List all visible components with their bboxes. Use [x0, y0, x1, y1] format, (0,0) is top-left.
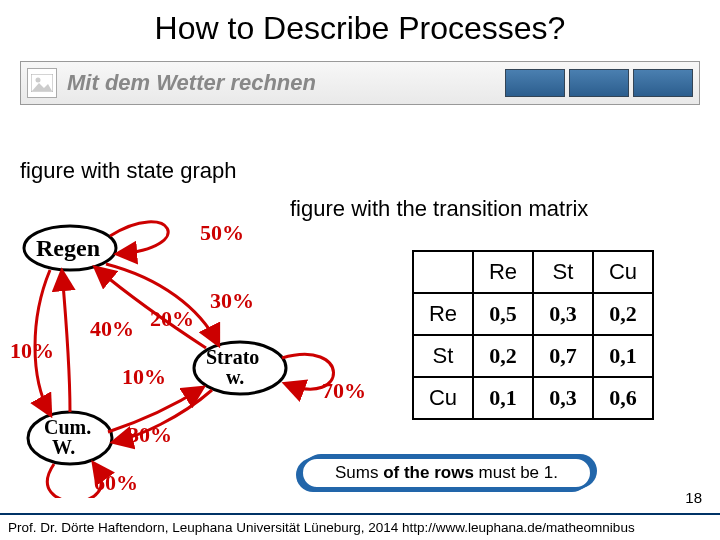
edge-10a: 10%: [10, 338, 54, 363]
svg-text:Cum.: Cum.: [44, 416, 91, 438]
slide-footer: Prof. Dr. Dörte Haftendorn, Leuphana Uni…: [0, 513, 720, 540]
cell-2-1: 0,3: [549, 385, 577, 410]
edge-40: 40%: [90, 316, 134, 341]
cell-0-0: 0,5: [489, 301, 517, 326]
cell-1-1: 0,7: [549, 343, 577, 368]
note-post: must be 1.: [474, 463, 558, 482]
row-re: Re: [413, 293, 473, 335]
svg-point-1: [36, 78, 41, 83]
weather-banner: Mit dem Wetter rechnen: [20, 61, 700, 105]
note-pre: Sums: [335, 463, 383, 482]
edge-60: 60%: [94, 470, 138, 495]
edge-70: 70%: [322, 378, 366, 403]
row-st: St: [413, 335, 473, 377]
svg-text:Strato: Strato: [206, 346, 259, 368]
svg-text:w.: w.: [226, 366, 244, 388]
cell-1-2: 0,1: [609, 343, 637, 368]
image-placeholder-icon: [27, 68, 57, 98]
col-cu: Cu: [593, 251, 653, 293]
edge-50: 50%: [200, 220, 244, 245]
banner-tile-2: [569, 69, 629, 97]
col-st: St: [533, 251, 593, 293]
cell-0-1: 0,3: [549, 301, 577, 326]
node-regen-label: Regen: [36, 235, 100, 261]
row-sum-note: Sums of the rows must be 1.: [300, 456, 593, 490]
banner-text: Mit dem Wetter rechnen: [67, 70, 501, 96]
transition-matrix: Re St Cu Re 0,5 0,3 0,2 St 0,2 0,7 0,1 C…: [412, 250, 654, 420]
edge-10b: 10%: [122, 364, 166, 389]
col-re: Re: [473, 251, 533, 293]
note-bold: of the rows: [383, 463, 474, 482]
caption-state-graph: figure with state graph: [20, 158, 236, 184]
cell-0-2: 0,2: [609, 301, 637, 326]
cell-2-0: 0,1: [489, 385, 517, 410]
slide-title: How to Describe Processes?: [0, 0, 720, 47]
page-number: 18: [685, 489, 702, 506]
banner-tile-1: [505, 69, 565, 97]
cell-1-0: 0,2: [489, 343, 517, 368]
edge-20: 20%: [150, 306, 194, 331]
svg-text:W.: W.: [52, 436, 75, 458]
cell-2-2: 0,6: [609, 385, 637, 410]
row-cu: Cu: [413, 377, 473, 419]
banner-tile-3: [633, 69, 693, 97]
edge-30: 30%: [210, 288, 254, 313]
